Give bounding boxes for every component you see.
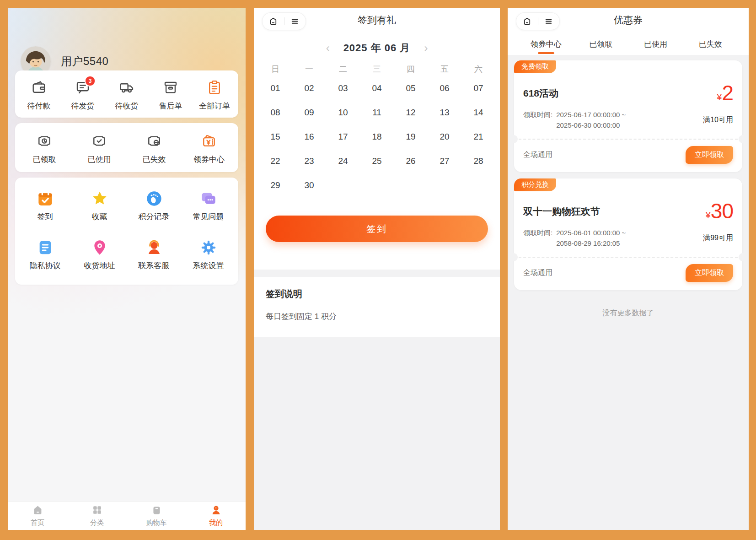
service-item-label: 隐私协议 [30, 260, 61, 271]
menu-item-label: 待收货 [115, 101, 139, 111]
calendar-weekday-row: 日一二三四五六 [258, 62, 495, 76]
calendar-day: 26 [394, 149, 428, 173]
coupon-tab-已使用[interactable]: 已使用 [628, 33, 683, 55]
service-icon [145, 238, 163, 257]
privacy-icon [36, 238, 54, 257]
calendar-week-row: 2930 [258, 173, 495, 197]
menu-item-label: 已领取 [33, 154, 56, 165]
calendar-week-row: 08091011121314 [258, 100, 495, 124]
month-nav: ‹ 2025 年 06 月 › [254, 41, 500, 55]
menu-item-label: 待付款 [27, 101, 51, 111]
weekday-label: 五 [428, 62, 461, 76]
calendar-day: 18 [360, 124, 394, 149]
calendar-day: 14 [461, 100, 495, 124]
menu-item-售后单[interactable]: 售后单 [149, 79, 193, 111]
signin-button[interactable]: 签到 [266, 216, 488, 242]
tab-分类[interactable]: 分类 [67, 504, 127, 527]
coupon-card: 免费领取 618活动 ¥2 领取时间: 2025-06-17 00:00:00 … [514, 60, 742, 172]
home-icon[interactable] [522, 16, 532, 26]
coupon-screen: 优惠券 领券中心已领取已使用已失效 免费领取 618活动 ¥2 领取时间: 20… [508, 8, 749, 530]
service-item-隐私协议[interactable]: 隐私协议 [18, 238, 72, 271]
calendar-day: 16 [292, 124, 326, 149]
menu-item-label: 待发货 [71, 101, 95, 111]
currency-symbol: ¥ [706, 210, 711, 220]
menu-item-label: 全部订单 [199, 101, 230, 111]
signin-icon [36, 189, 54, 208]
service-item-label: 签到 [38, 211, 53, 222]
calendar-day: 08 [258, 100, 292, 124]
message-icon: 3 [74, 79, 91, 96]
service-item-常见问题[interactable]: 常见问题 [181, 189, 236, 222]
notes-body: 每日签到固定 1 积分 [266, 311, 488, 322]
prev-month-button[interactable]: ‹ [324, 43, 332, 54]
time-end: 2058-08-29 16:20:05 [556, 238, 626, 249]
username: 用户5540 [61, 54, 108, 69]
points-icon [145, 189, 163, 208]
service-item-收藏[interactable]: 收藏 [72, 189, 127, 222]
coupon-tab-已失效[interactable]: 已失效 [683, 33, 738, 55]
service-item-积分记录[interactable]: 积分记录 [127, 189, 181, 222]
coupon-tab-已领取[interactable]: 已领取 [574, 33, 628, 55]
service-item-收货地址[interactable]: 收货地址 [72, 238, 127, 271]
coupon-tab-领券中心[interactable]: 领券中心 [519, 33, 574, 55]
coupon-condition: 满99可用 [703, 233, 733, 243]
calendar-empty-cell [360, 173, 394, 197]
calendar-day: 19 [394, 124, 428, 149]
calendar-day: 20 [428, 124, 461, 149]
service-item-label: 系统设置 [193, 260, 224, 271]
calendar-day: 13 [428, 100, 461, 124]
service-item-签到[interactable]: 签到 [18, 189, 72, 222]
tab-首页[interactable]: 首页 [8, 504, 67, 527]
time-start: 2025-06-17 00:00:00 ~ [556, 110, 626, 120]
calendar-day: 25 [360, 149, 394, 173]
user-row[interactable]: 用户5540 [8, 8, 246, 61]
weekday-label: 二 [326, 62, 360, 76]
menu-item-label: 已失效 [143, 154, 166, 165]
ticket-check-icon [91, 132, 108, 150]
settings-icon [199, 238, 218, 257]
order-menu-card: 待付款 3 待发货 待收货 售后单 全部订单 [15, 70, 238, 118]
menu-icon[interactable] [544, 16, 553, 26]
claim-button[interactable]: 立即领取 [686, 264, 733, 282]
coupon-tabs: 领券中心已领取已使用已失效 [508, 30, 749, 55]
coupon-badge: 免费领取 [514, 60, 556, 73]
service-item-联系客服[interactable]: 联系客服 [127, 238, 181, 271]
calendar-day: 27 [428, 149, 461, 173]
coupon-condition: 满10可用 [703, 115, 733, 125]
calendar-day: 23 [292, 149, 326, 173]
calendar-empty-cell [326, 173, 360, 197]
menu-item-待发货[interactable]: 3 待发货 [61, 79, 105, 111]
calendar-empty-cell [394, 173, 428, 197]
menu-item-label: 售后单 [159, 101, 182, 111]
calendar-day: 02 [292, 76, 326, 100]
menu-item-待付款[interactable]: 待付款 [17, 79, 61, 111]
service-item-label: 收货地址 [84, 260, 115, 271]
calendar-day: 30 [292, 173, 326, 197]
tab-我的[interactable]: 我的 [186, 504, 246, 527]
menu-item-领券中心[interactable]: 领券中心 [182, 132, 236, 165]
menu-icon[interactable] [290, 16, 300, 26]
coupon-list: 免费领取 618活动 ¥2 领取时间: 2025-06-17 00:00:00 … [508, 55, 749, 297]
next-month-button[interactable]: › [422, 43, 429, 54]
claim-button[interactable]: 立即领取 [686, 146, 733, 164]
calendar-week-row: 01020304050607 [258, 76, 495, 100]
service-item-系统设置[interactable]: 系统设置 [181, 238, 236, 271]
signin-notes: 签到说明 每日签到固定 1 积分 [254, 277, 500, 337]
calendar-day: 03 [326, 76, 360, 100]
menu-item-待收货[interactable]: 待收货 [105, 79, 149, 111]
home-icon[interactable] [268, 16, 278, 26]
menu-item-已领取[interactable]: 已领取 [17, 132, 72, 165]
menu-item-全部订单[interactable]: 全部订单 [193, 79, 236, 111]
calendar-day: 01 [258, 76, 292, 100]
calendar-day: 24 [326, 149, 360, 173]
calendar-day: 17 [326, 124, 360, 149]
calendar-day: 09 [292, 100, 326, 124]
calendar-day: 15 [258, 124, 292, 149]
coupon-amount: 2 [722, 81, 733, 105]
menu-item-已使用[interactable]: 已使用 [72, 132, 127, 165]
signin-header: 签到有礼 [254, 8, 500, 30]
home-tab-icon [32, 504, 43, 518]
menu-item-已失效[interactable]: 已失效 [127, 132, 182, 165]
tab-购物车[interactable]: 购物车 [127, 504, 186, 527]
ticket-invalid-icon [145, 132, 163, 150]
